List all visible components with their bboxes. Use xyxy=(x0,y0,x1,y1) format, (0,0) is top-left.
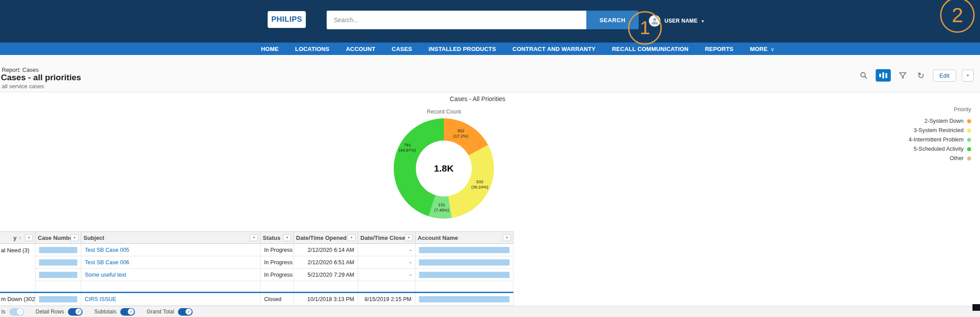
nav-installed-products[interactable]: INSTALLED PRODUCTS xyxy=(428,46,496,52)
column-filter-button[interactable]: ▾ xyxy=(283,234,291,241)
status-cell: In Progress xyxy=(264,259,292,266)
column-header-account-name[interactable]: Account Name ▾ xyxy=(415,232,514,243)
table-row: Some useful text In Progress 5/21/2020 7… xyxy=(0,269,514,281)
redacted-account-name[interactable] xyxy=(419,259,510,266)
report-description: all service cases xyxy=(2,83,44,90)
redacted-account-name[interactable] xyxy=(419,247,510,253)
nav-reports[interactable]: REPORTS xyxy=(705,46,733,52)
nav-account[interactable]: ACCOUNT xyxy=(346,46,375,52)
column-header-priority[interactable]: y↑ ▾ xyxy=(0,232,36,243)
edit-button[interactable]: Edit xyxy=(933,70,956,82)
check-icon: ✓ xyxy=(18,309,22,314)
case-subject-link[interactable]: CIRS ISSUE xyxy=(85,296,116,302)
legend-item[interactable]: Other xyxy=(950,155,971,161)
legend-item[interactable]: 5-Scheduled Activity xyxy=(913,146,971,152)
nav-home[interactable]: HOME xyxy=(261,46,279,52)
row-counts-toggle[interactable]: ✓ xyxy=(9,308,24,316)
philips-logo: PHILIPS xyxy=(268,11,306,28)
report-header: Report: Cases Cases - all priorities all… xyxy=(0,55,980,92)
chart-bar-icon xyxy=(879,74,881,77)
nav-cases[interactable]: CASES xyxy=(392,46,412,52)
column-header-case-number[interactable]: Case Number ▾ xyxy=(36,232,81,243)
chevron-down-icon: ∨ xyxy=(771,47,774,52)
toggle-row-counts: ts ✓ xyxy=(1,308,24,316)
chevron-down-icon: ▾ xyxy=(253,236,255,239)
redacted-case-number[interactable] xyxy=(39,259,77,266)
chevron-down-icon: ▾ xyxy=(351,236,352,239)
nav-locations[interactable]: LOCATIONS xyxy=(295,46,329,52)
chart-legend: Priority 2-System Down 3-System Restrict… xyxy=(909,106,971,161)
date-opened-cell: 10/1/2018 3:13 PM xyxy=(307,296,354,302)
case-subject-link[interactable]: Some useful text xyxy=(85,272,126,278)
slice-label-scheduled-activity: 791(44.97%) xyxy=(399,142,416,153)
table-header-row: y↑ ▾ Case Number ▾ Subject ▾ Status ▾ Da… xyxy=(0,231,514,244)
column-filter-button[interactable]: ▾ xyxy=(71,234,79,241)
chart-bar-icon xyxy=(885,73,887,78)
legend-dot xyxy=(967,119,971,123)
redacted-case-number[interactable] xyxy=(39,247,77,253)
column-filter-button[interactable]: ▾ xyxy=(503,234,511,241)
case-subject-link[interactable]: Test SB Case 005 xyxy=(85,247,129,253)
donut-total-label: 1.8K xyxy=(434,163,454,174)
group-label: al Need (3) xyxy=(1,247,29,254)
column-filter-button[interactable]: ▾ xyxy=(405,234,413,241)
column-filter-button[interactable]: ▾ xyxy=(250,234,258,241)
grand-total-toggle[interactable]: ✓ xyxy=(178,308,193,316)
date-closed-cell: - xyxy=(410,247,411,253)
legend-item[interactable]: 3-System Restricted xyxy=(913,127,971,133)
chevron-down-icon: ▾ xyxy=(408,236,410,239)
status-cell: In Progress xyxy=(264,272,292,278)
detail-rows-toggle[interactable]: ✓ xyxy=(68,308,83,316)
column-filter-button[interactable]: ▾ xyxy=(348,234,356,241)
table-row: m Down (302) CIRS ISSUE Closed 10/1/2018… xyxy=(0,292,514,305)
chevron-down-icon: ▾ xyxy=(967,73,969,78)
chevron-down-icon: ▾ xyxy=(286,236,288,239)
legend-item[interactable]: 2-System Down xyxy=(925,118,971,124)
search-icon[interactable] xyxy=(858,69,870,82)
column-filter-button[interactable]: ▾ xyxy=(25,234,33,241)
donut-chart[interactable]: 302(17.2%) 532(30.24%) 131(7.45%) 791(44… xyxy=(394,118,494,219)
more-actions-button[interactable]: ▾ xyxy=(962,70,974,82)
date-closed-cell: - xyxy=(410,272,411,278)
redacted-account-name[interactable] xyxy=(419,272,510,278)
report-footer: ts ✓ Detail Rows ✓ Subtotals ✓ Grand Tot… xyxy=(0,306,980,317)
redacted-case-number[interactable] xyxy=(39,272,77,278)
redacted-account-name[interactable] xyxy=(419,296,510,302)
nav-contract-and-warranty[interactable]: CONTRACT AND WARRANTY xyxy=(513,46,596,52)
toggle-detail-rows: Detail Rows ✓ xyxy=(36,308,83,316)
legend-dot xyxy=(967,138,971,142)
date-opened-cell: 2/12/2020 6:51 AM xyxy=(308,259,354,266)
main-nav: HOME LOCATIONS ACCOUNT CASES INSTALLED P… xyxy=(0,43,980,55)
date-opened-cell: 5/21/2020 7:29 AM xyxy=(308,272,354,278)
column-header-subject[interactable]: Subject ▾ xyxy=(81,232,261,243)
nav-recall-communication[interactable]: RECALL COMMUNICATION xyxy=(612,46,689,52)
philips-logo-text: PHILIPS xyxy=(271,15,302,24)
chevron-down-icon: ▾ xyxy=(74,236,75,239)
nav-more[interactable]: MORE∨ xyxy=(750,46,774,52)
legend-title: Priority xyxy=(954,106,971,113)
global-search-input[interactable] xyxy=(327,11,586,29)
column-header-status[interactable]: Status ▾ xyxy=(261,232,294,243)
check-icon: ✓ xyxy=(187,309,190,314)
status-cell: In Progress xyxy=(264,247,292,253)
nav-more-label: MORE xyxy=(750,46,767,52)
filter-icon[interactable] xyxy=(897,69,909,82)
column-header-date-opened[interactable]: Date/Time Opened↑ ▾ xyxy=(294,232,358,243)
donut-center: 1.8K xyxy=(416,141,472,196)
chart-measure-label: Record Count xyxy=(427,109,461,115)
redacted-case-number[interactable] xyxy=(39,296,77,302)
date-closed-cell: 8/15/2019 2:15 PM xyxy=(364,296,411,302)
column-header-date-closed[interactable]: Date/Time Closed ▾ xyxy=(358,232,415,243)
subtotals-toggle[interactable]: ✓ xyxy=(120,308,135,316)
refresh-icon[interactable]: ↻ xyxy=(915,69,927,82)
chevron-down-icon: ▾ xyxy=(28,236,30,239)
toggle-grand-total: Grand Total ✓ xyxy=(146,308,193,316)
slice-label-system-restricted: 532(30.24%) xyxy=(471,179,489,190)
table-row-empty xyxy=(0,281,514,292)
chart-toggle-button[interactable] xyxy=(876,69,891,82)
legend-item[interactable]: 4-Intermittent Problem xyxy=(909,137,971,143)
legend-dot xyxy=(967,129,971,133)
status-cell: Closed xyxy=(264,296,281,302)
case-subject-link[interactable]: Test SB Case 006 xyxy=(85,259,129,266)
scrollbar-fragment[interactable] xyxy=(972,304,980,311)
